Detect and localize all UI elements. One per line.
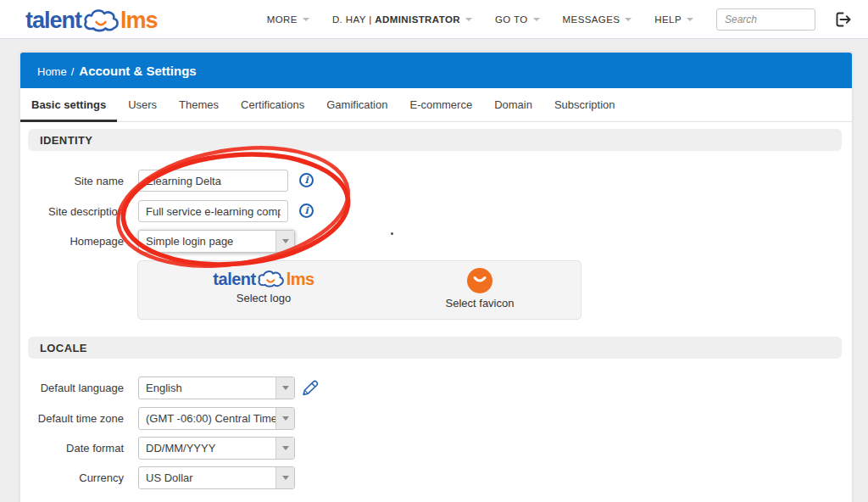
site-description-label: Site description (20, 200, 124, 223)
tab-themes[interactable]: Themes (168, 88, 230, 121)
cloud-logo-icon (256, 268, 287, 288)
select-logo-caption: Select logo (236, 292, 291, 304)
select-favicon-button[interactable]: Select favicon (374, 268, 586, 310)
locale-section-header: LOCALE (28, 337, 842, 359)
default-time-zone-value: (GMT -06:00) Central Time (... (139, 412, 275, 425)
homepage-select-value: Simple login page (139, 235, 275, 248)
date-format-label: Date format (20, 437, 124, 460)
breadcrumb: Home / Account & Settings (37, 64, 197, 78)
nav-more[interactable]: MORE (267, 14, 309, 25)
navbar-menu: MORE D. HAY | ADMINISTRATOR GO TO MESSAG… (267, 8, 853, 31)
nav-help[interactable]: HELP (654, 14, 693, 25)
default-time-zone-label: Default time zone (20, 407, 124, 430)
currency-label: Currency (20, 466, 124, 489)
nav-help-label: HELP (654, 14, 682, 25)
logout-button[interactable] (832, 9, 853, 30)
edit-language-button[interactable] (300, 378, 320, 401)
breadcrumb-home-link[interactable]: Home (37, 65, 67, 78)
nav-messages-label: MESSAGES (563, 14, 620, 25)
homepage-select[interactable]: Simple login page (138, 230, 295, 253)
chevron-down-icon (303, 18, 309, 21)
homepage-label: Homepage (20, 230, 124, 253)
currency-value: US Dollar (139, 471, 275, 484)
screen: talent lms MORE D. HAY | ADMINISTRATOR G… (0, 0, 868, 502)
tab-ecommerce[interactable]: E-commerce (398, 88, 483, 121)
user-separator: | (366, 14, 376, 25)
settings-panel: Home / Account & Settings Basic settings… (20, 53, 852, 502)
chevron-down-icon (275, 231, 294, 252)
select-logo-button[interactable]: talent lms Select logo (158, 268, 370, 304)
chevron-down-icon (687, 18, 693, 21)
logo-text-talent: talent (25, 8, 81, 33)
user-role: ADMINISTRATOR (375, 14, 460, 25)
logo-text-talent: talent (213, 270, 255, 288)
page-title: Account & Settings (79, 64, 196, 78)
tab-gamification[interactable]: Gamification (315, 88, 398, 121)
chevron-down-icon (533, 18, 540, 21)
breadcrumb-bar: Home / Account & Settings (20, 53, 852, 88)
info-icon[interactable]: i (299, 173, 314, 187)
site-description-input[interactable] (138, 200, 288, 222)
default-time-zone-select[interactable]: (GMT -06:00) Central Time (... (138, 407, 295, 430)
tab-domain[interactable]: Domain (483, 88, 543, 121)
nav-go-to-label: GO TO (495, 14, 528, 25)
nav-go-to[interactable]: GO TO (495, 14, 540, 25)
date-format-value: DD/MM/YYYY (139, 442, 275, 455)
nav-more-label: MORE (267, 14, 298, 25)
chevron-down-icon (275, 377, 294, 399)
info-icon[interactable]: i (299, 204, 314, 218)
chevron-down-icon (275, 408, 294, 429)
branding-picker-box: talent lms Select logo Select favicon (137, 260, 581, 320)
current-logo-preview: talent lms (213, 268, 314, 288)
nav-user-menu[interactable]: D. HAY | ADMINISTRATOR (332, 14, 472, 25)
chevron-down-icon (465, 18, 472, 21)
chevron-down-icon (275, 467, 294, 488)
logo-text-lms: lms (287, 270, 314, 288)
search-input[interactable] (716, 8, 815, 31)
logo-text-lms: lms (120, 8, 158, 33)
cloud-logo-icon (81, 6, 122, 33)
chevron-down-icon (625, 18, 632, 21)
top-navbar: talent lms MORE D. HAY | ADMINISTRATOR G… (0, 0, 868, 39)
pencil-icon (300, 378, 320, 398)
site-name-label: Site name (20, 170, 124, 192)
logout-icon (832, 9, 853, 30)
settings-tabs: Basic settings Users Themes Certificatio… (20, 88, 852, 122)
user-name: D. HAY (332, 14, 366, 25)
breadcrumb-separator: / (71, 65, 75, 78)
tab-subscription[interactable]: Subscription (543, 88, 626, 121)
default-language-select[interactable]: English (138, 376, 295, 399)
select-favicon-caption: Select favicon (446, 297, 515, 310)
tab-users[interactable]: Users (117, 88, 168, 121)
identity-section-header: IDENTITY (28, 129, 842, 151)
talentlms-logo[interactable]: talent lms (25, 6, 158, 33)
currency-select[interactable]: US Dollar (138, 466, 295, 489)
tab-basic-settings[interactable]: Basic settings (20, 88, 117, 121)
tab-certifications[interactable]: Certifications (230, 88, 315, 121)
site-name-input[interactable] (138, 170, 288, 192)
default-language-label: Default language (20, 376, 124, 399)
chevron-down-icon (275, 438, 294, 459)
default-language-value: English (139, 382, 275, 394)
date-format-select[interactable]: DD/MM/YYYY (138, 437, 295, 460)
smile-favicon-icon (467, 268, 492, 293)
stray-dot-mark (391, 232, 393, 235)
nav-messages[interactable]: MESSAGES (563, 14, 632, 25)
